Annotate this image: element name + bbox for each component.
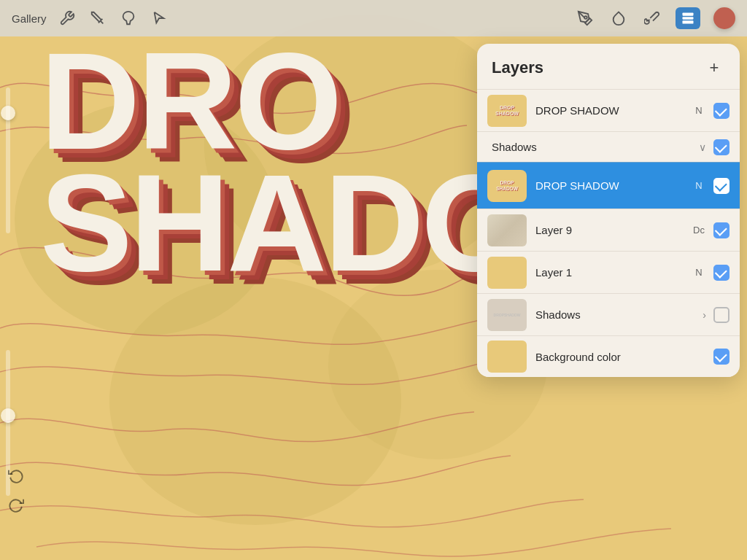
layer-row-layer9[interactable]: Layer 9 Dc	[477, 209, 740, 251]
undo-redo-area	[4, 464, 28, 516]
svg-line-5	[100, 21, 103, 24]
layer-mode-layer9: Dc	[692, 225, 706, 236]
layer-name-layer9: Layer 9	[535, 224, 692, 236]
smudge-icon[interactable]	[118, 8, 139, 28]
layer-row-drop-shadow-active[interactable]: DROPSHADOW DROP SHADOW N	[477, 162, 740, 209]
layers-panel-title: Layers	[492, 58, 543, 77]
layer-visibility-drop-shadow-active[interactable]	[713, 178, 729, 194]
magic-wand-icon[interactable]	[88, 8, 108, 28]
layer-visibility-background-color[interactable]	[713, 349, 729, 365]
redo-button[interactable]	[4, 493, 28, 516]
layer-visibility-layer1[interactable]	[713, 265, 729, 281]
layer-mode-drop-shadow-group: N	[692, 105, 706, 116]
layer-row-shadows-collapsed[interactable]: DROPSHADOW Shadows ›	[477, 293, 740, 335]
wrench-icon[interactable]	[57, 8, 77, 28]
add-layer-button[interactable]: +	[703, 57, 725, 79]
layer-name-drop-shadow-active: DROP SHADOW	[535, 179, 692, 192]
slider-track-size	[6, 88, 10, 233]
layer-thumbnail-background-color	[487, 341, 527, 373]
layers-panel: Layers + DROPSHADOW DROP SHADOW N Shadow…	[477, 44, 740, 377]
ink-icon[interactable]	[608, 8, 629, 28]
layer-thumbnail-layer1	[487, 257, 527, 289]
svg-point-7	[584, 16, 587, 19]
toolbar-left: Gallery	[12, 8, 169, 28]
brush-size-slider[interactable]	[6, 88, 10, 233]
layer-name-shadows-collapsed: Shadows	[535, 308, 703, 321]
layer-visibility-drop-shadow-group[interactable]	[713, 103, 729, 119]
layer-thumbnail-drop-shadow-group: DROPSHADOW	[487, 95, 527, 127]
color-picker-button[interactable]	[713, 7, 735, 29]
layer-visibility-layer9[interactable]	[713, 222, 729, 238]
layer-mode-layer1: N	[692, 267, 706, 278]
gallery-button[interactable]: Gallery	[12, 12, 47, 25]
brush-icon[interactable]	[642, 8, 662, 28]
layer-row-shadows-group[interactable]: Shadows ∨	[477, 131, 740, 162]
left-sidebar	[6, 88, 10, 496]
layer-name-background-color: Background color	[535, 351, 713, 363]
layer-thumbnail-drop-shadow-active: DROPSHADOW	[487, 170, 527, 202]
layer-row-drop-shadow-group[interactable]: DROPSHADOW DROP SHADOW N	[477, 89, 740, 131]
svg-rect-10	[683, 20, 694, 23]
layers-panel-header: Layers +	[477, 44, 740, 89]
canvas-artwork: DRO SHADO	[40, 40, 526, 284]
undo-button[interactable]	[4, 464, 28, 487]
svg-rect-9	[683, 17, 694, 19]
canvas-text-line1: DRO	[40, 40, 526, 162]
layer-mode-drop-shadow-active: N	[692, 180, 706, 191]
layer-name-shadows-group: Shadows	[492, 141, 699, 153]
layer-thumbnail-layer9	[487, 214, 527, 246]
layer-visibility-shadows-group[interactable]	[713, 139, 729, 155]
arrow-icon[interactable]	[149, 8, 169, 28]
shadows-collapsed-arrow: ›	[703, 309, 706, 321]
top-toolbar: Gallery	[0, 0, 747, 36]
svg-rect-8	[683, 13, 694, 16]
slider-handle-opacity[interactable]	[1, 408, 15, 423]
toolbar-right	[575, 7, 735, 29]
layer-name-layer1: Layer 1	[535, 266, 692, 279]
layer-visibility-shadows-collapsed[interactable]	[713, 307, 729, 323]
canvas-text-line2: SHADO	[40, 162, 526, 284]
shadows-group-arrow: ∨	[699, 141, 706, 153]
pen-tool-icon[interactable]	[575, 8, 595, 28]
layer-name-drop-shadow-group: DROP SHADOW	[535, 104, 692, 117]
layers-panel-button[interactable]	[676, 7, 700, 29]
layer-row-background-color[interactable]: Background color	[477, 335, 740, 377]
slider-handle-size[interactable]	[1, 106, 15, 120]
layer-thumbnail-shadows-collapsed: DROPSHADOW	[487, 299, 527, 331]
layer-row-layer1[interactable]: Layer 1 N	[477, 251, 740, 293]
